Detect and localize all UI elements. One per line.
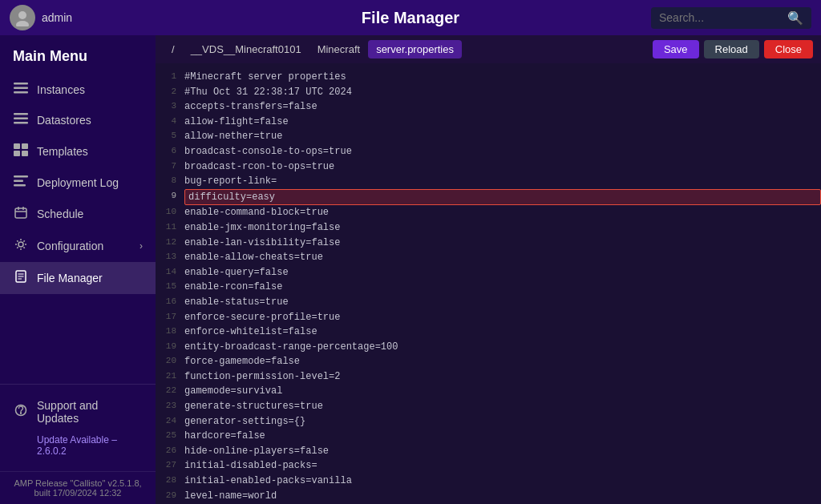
code-line[interactable]: 12enable-lan-visibility=false bbox=[156, 236, 821, 251]
code-line[interactable]: 13enable-allow-cheats=true bbox=[156, 250, 821, 265]
code-line[interactable]: 5allow-nether=true bbox=[156, 129, 821, 144]
code-line[interactable]: 15enable-rcon=false bbox=[156, 280, 821, 295]
line-content: broadcast-console-to-ops=true bbox=[184, 144, 821, 159]
fm-actions: Save Reload Close bbox=[653, 40, 813, 58]
code-line[interactable]: 23generate-structures=true bbox=[156, 399, 821, 414]
line-content: accepts-transfers=false bbox=[184, 99, 821, 115]
line-content: enforce-secure-profile=true bbox=[184, 310, 821, 325]
svg-rect-2 bbox=[14, 83, 28, 85]
code-line[interactable]: 21function-permission-level=2 bbox=[156, 369, 821, 385]
line-content: entity-broadcast-range-percentage=100 bbox=[184, 340, 821, 355]
reload-button[interactable]: Reload bbox=[704, 40, 759, 58]
svg-rect-13 bbox=[14, 180, 23, 183]
close-button[interactable]: Close bbox=[764, 40, 813, 58]
line-number: 2 bbox=[156, 85, 184, 99]
sidebar-item-deployment-log[interactable]: Deployment Log bbox=[0, 167, 156, 198]
code-line[interactable]: 7broadcast-rcon-to-ops=true bbox=[156, 159, 821, 175]
configuration-arrow-icon: › bbox=[140, 240, 143, 252]
line-number: 1 bbox=[156, 70, 184, 83]
sidebar-label-configuration: Configuration bbox=[37, 240, 140, 252]
code-line[interactable]: 26hide-online-players=false bbox=[156, 444, 821, 459]
code-line[interactable]: 10enable-command-block=true bbox=[156, 205, 821, 220]
sidebar-item-instances[interactable]: Instances bbox=[0, 75, 156, 105]
line-content: force-gamemode=false bbox=[184, 354, 821, 369]
svg-rect-9 bbox=[22, 143, 28, 149]
line-content: enable-query=false bbox=[184, 265, 821, 280]
version-label: AMP Release "Callisto" v2.5.1.8, built 1… bbox=[0, 471, 156, 504]
search-box[interactable]: 🔍 bbox=[651, 7, 811, 29]
sidebar-label-file-manager: File Manager bbox=[37, 272, 143, 284]
code-line[interactable]: 19entity-broadcast-range-percentage=100 bbox=[156, 340, 821, 355]
breadcrumb-minecraft[interactable]: Minecraft bbox=[309, 40, 368, 58]
code-line[interactable]: 6broadcast-console-to-ops=true bbox=[156, 144, 821, 159]
sidebar-item-datastores[interactable]: Datastores bbox=[0, 105, 156, 135]
sidebar-label-datastores: Datastores bbox=[37, 114, 143, 127]
code-line[interactable]: 22gamemode=survival bbox=[156, 384, 821, 399]
line-number: 28 bbox=[156, 474, 184, 487]
line-content: initial-disabled-packs= bbox=[184, 458, 821, 474]
topbar: admin File Manager 🔍 bbox=[0, 0, 821, 35]
sidebar-item-file-manager[interactable]: File Manager bbox=[0, 262, 156, 294]
line-content: allow-flight=false bbox=[184, 115, 821, 130]
sidebar-item-configuration[interactable]: Configuration › bbox=[0, 230, 156, 262]
line-content: enable-allow-cheats=true bbox=[184, 250, 821, 265]
line-content: hardcore=false bbox=[184, 429, 821, 444]
code-line[interactable]: 18enforce-whitelist=false bbox=[156, 325, 821, 340]
line-content: difficulty=easy bbox=[184, 189, 821, 206]
line-content: #Thu Oct 31 22:38:17 UTC 2024 bbox=[184, 85, 821, 100]
sidebar-label-deployment: Deployment Log bbox=[37, 176, 143, 189]
breadcrumb-server-properties[interactable]: server.properties bbox=[368, 40, 462, 58]
line-number: 29 bbox=[156, 489, 184, 502]
code-editor[interactable]: 1#Minecraft server properties2#Thu Oct 3… bbox=[156, 63, 821, 504]
code-line[interactable]: 28initial-enabled-packs=vanilla bbox=[156, 474, 821, 489]
code-line[interactable]: 11enable-jmx-monitoring=false bbox=[156, 220, 821, 236]
svg-rect-14 bbox=[14, 184, 26, 187]
code-line[interactable]: 20force-gamemode=false bbox=[156, 354, 821, 369]
search-input[interactable] bbox=[659, 11, 787, 24]
line-number: 24 bbox=[156, 414, 184, 428]
code-line[interactable]: 1#Minecraft server properties bbox=[156, 70, 821, 85]
line-number: 11 bbox=[156, 220, 184, 234]
sidebar-bottom: Support and Updates Update Available – 2… bbox=[0, 384, 156, 471]
code-line[interactable]: 27initial-disabled-packs= bbox=[156, 458, 821, 474]
breadcrumb-vds[interactable]: __VDS__Minecraft0101 bbox=[183, 40, 309, 58]
svg-rect-3 bbox=[14, 87, 28, 90]
svg-rect-12 bbox=[14, 175, 28, 178]
configuration-icon bbox=[13, 238, 29, 254]
sidebar-item-templates[interactable]: Templates bbox=[0, 135, 156, 167]
line-content: bug-report-link= bbox=[184, 174, 821, 189]
save-button[interactable]: Save bbox=[653, 40, 699, 58]
svg-rect-5 bbox=[14, 113, 28, 115]
line-content: broadcast-rcon-to-ops=true bbox=[184, 159, 821, 175]
line-content: gamemode=survival bbox=[184, 384, 821, 399]
support-icon bbox=[13, 404, 29, 420]
line-content: enforce-whitelist=false bbox=[184, 325, 821, 340]
code-line[interactable]: 16enable-status=true bbox=[156, 295, 821, 310]
code-line[interactable]: 24generator-settings={} bbox=[156, 414, 821, 429]
sidebar-item-schedule[interactable]: Schedule bbox=[0, 198, 156, 230]
line-number: 15 bbox=[156, 280, 184, 293]
sidebar-label-templates: Templates bbox=[37, 145, 143, 158]
file-manager-icon bbox=[13, 270, 29, 286]
line-content: enable-lan-visibility=false bbox=[184, 236, 821, 251]
svg-point-0 bbox=[18, 11, 26, 19]
code-line[interactable]: 3accepts-transfers=false bbox=[156, 99, 821, 115]
line-content: enable-command-block=true bbox=[184, 205, 821, 220]
line-number: 20 bbox=[156, 354, 184, 368]
code-line[interactable]: 17enforce-secure-profile=true bbox=[156, 310, 821, 325]
code-line[interactable]: 29level-name=world bbox=[156, 489, 821, 504]
breadcrumb-root[interactable]: / bbox=[164, 40, 183, 58]
sidebar-item-support[interactable]: Support and Updates bbox=[0, 393, 156, 431]
line-content: enable-jmx-monitoring=false bbox=[184, 220, 821, 236]
line-number: 16 bbox=[156, 295, 184, 308]
svg-rect-10 bbox=[14, 151, 20, 156]
code-line[interactable]: 14enable-query=false bbox=[156, 265, 821, 280]
code-line[interactable]: 2#Thu Oct 31 22:38:17 UTC 2024 bbox=[156, 85, 821, 100]
line-number: 26 bbox=[156, 444, 184, 458]
datastores-icon bbox=[13, 113, 29, 127]
code-line[interactable]: 9difficulty=easy bbox=[156, 189, 821, 206]
code-line[interactable]: 8bug-report-link= bbox=[156, 174, 821, 189]
code-line[interactable]: 25hardcore=false bbox=[156, 429, 821, 444]
avatar bbox=[10, 5, 35, 30]
code-line[interactable]: 4allow-flight=false bbox=[156, 115, 821, 130]
